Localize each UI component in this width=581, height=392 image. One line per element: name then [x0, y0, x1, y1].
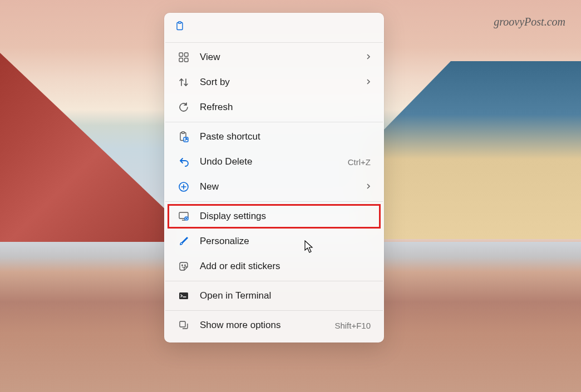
brush-icon: [178, 235, 190, 247]
menu-item-show-more-options[interactable]: Show more options Shift+F10: [168, 313, 381, 338]
menu-label: View: [200, 52, 356, 63]
menu-item-personalize[interactable]: Personalize: [168, 229, 381, 254]
svg-rect-4: [179, 58, 183, 62]
menu-item-undo-delete[interactable]: Undo Delete Ctrl+Z: [168, 150, 381, 174]
svg-rect-2: [179, 53, 183, 57]
highlighted-item: Display settings: [168, 204, 381, 229]
menu-divider: [165, 310, 383, 311]
menu-label: Sort by: [200, 77, 356, 88]
sort-icon: [178, 76, 190, 88]
menu-item-terminal[interactable]: Open in Terminal: [168, 284, 381, 308]
svg-rect-14: [179, 292, 188, 299]
menu-item-paste-shortcut[interactable]: Paste shortcut: [168, 125, 381, 149]
svg-rect-1: [179, 22, 181, 23]
svg-rect-3: [185, 53, 189, 57]
terminal-icon: [178, 290, 190, 302]
menu-shortcut: Ctrl+Z: [348, 157, 371, 167]
menu-divider: [165, 42, 383, 43]
grid-icon: [178, 51, 190, 63]
clipboard-icon[interactable]: [174, 21, 185, 32]
svg-rect-15: [180, 321, 185, 327]
menu-label: New: [200, 181, 356, 192]
menu-item-sort-by[interactable]: Sort by: [168, 70, 381, 95]
menu-item-refresh[interactable]: Refresh: [168, 95, 381, 120]
menu-label: Open in Terminal: [200, 290, 371, 301]
svg-rect-7: [182, 132, 185, 133]
menu-label: Show more options: [200, 320, 324, 331]
menu-label: Personalize: [200, 236, 371, 247]
refresh-icon: [178, 101, 190, 113]
menu-label: Display settings: [200, 211, 371, 222]
menu-item-new[interactable]: New: [168, 175, 381, 199]
desktop-wallpaper[interactable]: groovyPost.com View: [0, 0, 581, 392]
menu-label: Undo Delete: [200, 156, 338, 167]
menu-label: Paste shortcut: [200, 131, 371, 142]
menu-label: Add or edit stickers: [200, 261, 371, 272]
menu-divider: [165, 281, 383, 281]
menu-shortcut: Shift+F10: [334, 321, 371, 330]
svg-rect-5: [185, 58, 189, 62]
sticker-icon: [178, 260, 190, 272]
menu-divider: [165, 122, 383, 122]
chevron-right-icon: [366, 78, 371, 87]
chevron-right-icon: [366, 53, 371, 62]
svg-point-12: [182, 265, 183, 266]
menu-divider: [165, 201, 383, 202]
undo-icon: [178, 156, 190, 168]
display-icon: [178, 210, 190, 222]
menu-header: [164, 17, 384, 40]
desktop-context-menu: View Sort by: [164, 13, 384, 343]
menu-item-stickers[interactable]: Add or edit stickers: [168, 254, 381, 279]
menu-label: Refresh: [200, 102, 371, 113]
svg-point-13: [185, 265, 186, 266]
plus-circle-icon: [178, 181, 190, 193]
menu-item-display-settings[interactable]: Display settings: [168, 204, 381, 229]
menu-item-view[interactable]: View: [168, 45, 381, 70]
more-options-icon: [178, 319, 190, 331]
paste-shortcut-icon: [178, 131, 190, 143]
chevron-right-icon: [366, 182, 371, 191]
watermark-text: groovyPost.com: [494, 16, 565, 28]
